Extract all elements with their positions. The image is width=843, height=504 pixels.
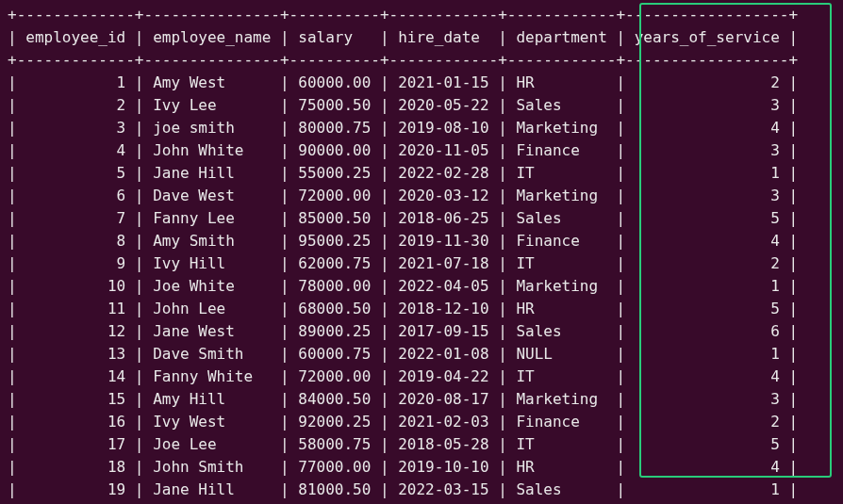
table-border-top: +-------------+---------------+---------… bbox=[8, 6, 798, 24]
table-data-rows: | 1 | Amy West | 60000.00 | 2021-01-15 |… bbox=[8, 73, 798, 504]
table-border-mid: +-------------+---------------+---------… bbox=[8, 51, 798, 69]
sql-result-table: +-------------+---------------+---------… bbox=[0, 0, 843, 504]
table-header-row: | employee_id | employee_name | salary |… bbox=[8, 28, 798, 46]
